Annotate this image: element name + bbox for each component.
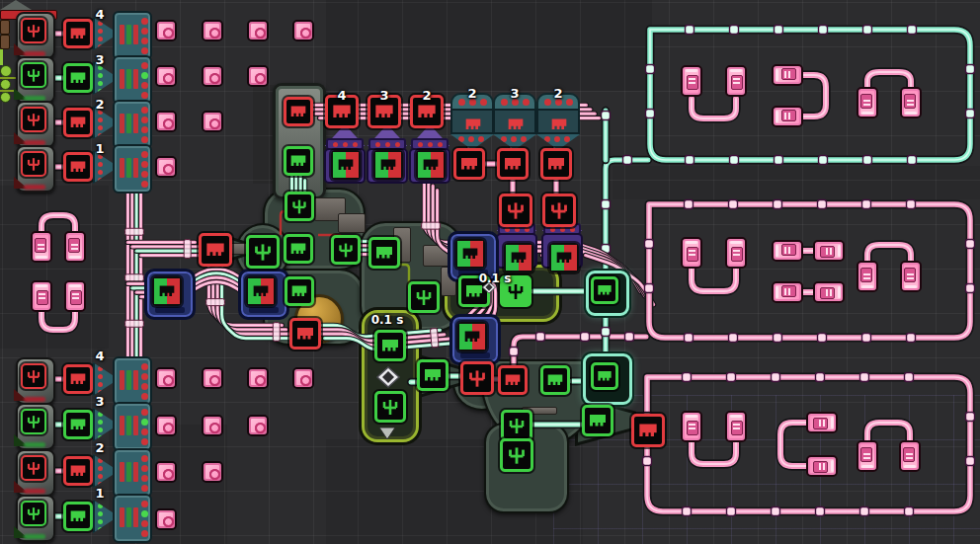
bit-label: 4 (337, 89, 346, 102)
bit-label: 2 (422, 89, 431, 102)
bit-label: 3 (510, 87, 519, 100)
filter-diamond-icon (373, 365, 403, 389)
timer-label: 0.1 s (371, 314, 404, 327)
bit-label: 2 (95, 441, 104, 454)
bit-label: 4 (95, 350, 104, 362)
bit-label: 3 (95, 53, 104, 66)
bit-label: 3 (95, 395, 104, 408)
bit-label: 2 (467, 87, 476, 100)
label-layer: 432143214322320.1 s0.1 s (0, 0, 980, 544)
bit-label: 2 (553, 87, 562, 100)
timer-label: 0.1 s (479, 272, 512, 285)
bit-label: 2 (95, 98, 104, 111)
bit-label: 3 (379, 89, 388, 102)
automation-overlay-scene: 432143214322320.1 s0.1 s (0, 0, 980, 544)
bit-label: 1 (95, 487, 104, 500)
down-arrow-icon (379, 425, 395, 436)
bit-label: 1 (95, 142, 104, 155)
bit-label: 4 (95, 8, 104, 21)
